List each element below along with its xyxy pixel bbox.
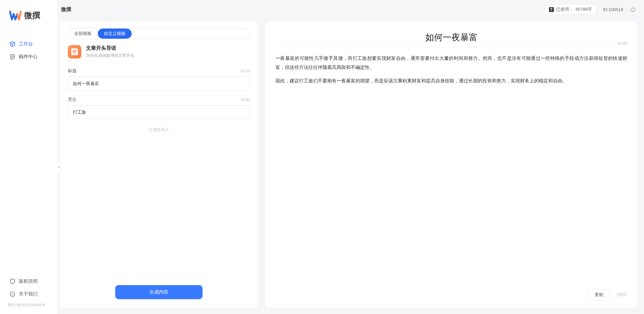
output-paragraph: 一夜暴富的可能性几乎微乎其微，而打工族想要实现财富自由，通常需要付出大量的时间和… <box>275 54 627 72</box>
output-char-count: 158字 <box>616 292 627 298</box>
usage-prefix: 已使用： <box>556 6 573 12</box>
shield-icon <box>9 278 15 284</box>
output-body: 一夜暴富的可能性几乎微乎其微，而打工族想要实现财富自由，通常需要付出大量的时间和… <box>275 54 627 90</box>
main: 微撰 T 已使用： 45799字 ID:100519 全部模板 自定 <box>57 0 644 314</box>
nav-bottom: 版权说明 关于我们 鄂ICP备2022016946号 <box>0 275 57 309</box>
logo-icon <box>9 10 22 21</box>
nav-item-copyright[interactable]: 版权说明 <box>0 275 57 288</box>
nav-item-label: 版权说明 <box>19 278 38 284</box>
output-paragraph: 因此，建议打工族们不要抱有一夜暴富的期望，而是应该注重积累财富和提高自身技能，通… <box>275 76 627 85</box>
field-audience-label: 受众 <box>68 96 77 103</box>
user-id: ID:100519 <box>603 7 623 12</box>
template-desc: 为你生成抓眼球的文章开头 <box>86 53 134 58</box>
logo-text: 微撰 <box>24 10 40 21</box>
icp-text: 鄂ICP备2022016946号 <box>0 301 57 308</box>
usage-badge[interactable]: T 已使用： 45799字 <box>545 4 596 14</box>
copy-button[interactable]: 复制 <box>587 289 611 301</box>
sidebar: 微撰 工作台 稿件中心 版权说明 <box>0 0 57 314</box>
field-title-label: 标题 <box>68 68 77 74</box>
output-title-count: 6/100 <box>618 41 627 45</box>
nav-item-label: 工作台 <box>19 41 33 47</box>
generate-button[interactable]: 生成内容 <box>115 285 203 299</box>
template-title: 文章开头导语 <box>86 45 134 51</box>
info-icon <box>9 291 15 297</box>
nav-item-drafts[interactable]: 稿件中心 <box>0 50 57 63</box>
nav-item-label: 关于我们 <box>19 291 38 297</box>
template-card: 文章开头导语 为你生成抓眼球的文章开头 <box>68 45 250 58</box>
optional-note: 白清空录入 <box>68 127 250 133</box>
output-footer: 复制 158字 <box>587 289 627 301</box>
topbar: 微撰 T 已使用： 45799字 ID:100519 <box>57 0 644 19</box>
field-title-count: 6/100 <box>241 69 250 73</box>
nav-main: 工作台 稿件中心 <box>0 38 57 275</box>
output-header: 如何一夜暴富 6/100 <box>275 28 627 48</box>
usage-value: 45799字 <box>575 6 592 12</box>
output-panel: 如何一夜暴富 6/100 一夜暴富的可能性几乎微乎其微，而打工族想要实现财富自由… <box>265 22 637 307</box>
text-count-icon: T <box>549 7 554 12</box>
drafts-icon <box>9 54 15 60</box>
output-title: 如何一夜暴富 <box>275 32 627 43</box>
title-input[interactable] <box>68 77 250 90</box>
nav-item-about[interactable]: 关于我们 <box>0 288 57 301</box>
template-icon <box>68 45 81 58</box>
power-button[interactable] <box>630 6 636 12</box>
sidebar-collapse-handle[interactable] <box>56 161 62 173</box>
tab-custom-templates[interactable]: 自定义模板 <box>98 29 132 39</box>
page-title: 微撰 <box>61 6 71 13</box>
audience-input[interactable] <box>68 105 250 119</box>
content-area: 全部模板 自定义模板 文章开头导语 为你生成抓眼球的文章开头 标题 6/ <box>57 19 644 314</box>
template-tabs: 全部模板 自定义模板 <box>68 28 250 39</box>
input-panel: 全部模板 自定义模板 文章开头导语 为你生成抓眼球的文章开头 标题 6/ <box>60 22 258 307</box>
field-audience: 受众 3/100 <box>68 96 250 119</box>
field-title: 标题 6/100 <box>68 68 250 90</box>
logo: 微撰 <box>0 10 57 38</box>
field-audience-count: 3/100 <box>241 97 250 102</box>
nav-item-label: 稿件中心 <box>19 54 38 60</box>
tab-all-templates[interactable]: 全部模板 <box>68 29 98 39</box>
workbench-icon <box>9 41 15 47</box>
nav-item-workbench[interactable]: 工作台 <box>0 38 57 50</box>
